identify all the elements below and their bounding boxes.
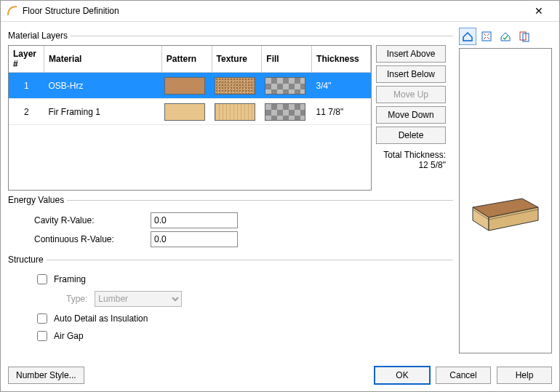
- window-title: Floor Structure Definition: [23, 6, 524, 16]
- cavity-r-input[interactable]: [151, 212, 238, 228]
- energy-values-group: Energy Values Cavity R-Value: Continuous…: [8, 195, 453, 250]
- move-up-button[interactable]: Move Up: [376, 86, 446, 103]
- col-texture[interactable]: Texture: [212, 46, 262, 73]
- auto-detail-checkbox[interactable]: [37, 313, 47, 324]
- texture-swatch[interactable]: [215, 77, 255, 95]
- house-check-icon: [500, 31, 511, 42]
- cell-material: OSB-Hrz: [44, 73, 162, 99]
- cell-material: Fir Framing 1: [44, 99, 162, 125]
- air-gap-label: Air Gap: [54, 331, 84, 341]
- energy-legend: Energy Values: [8, 195, 67, 205]
- insert-below-button[interactable]: Insert Below: [376, 65, 446, 83]
- framing-label: Framing: [54, 274, 86, 284]
- move-down-button[interactable]: Move Down: [376, 106, 446, 124]
- pattern-swatch[interactable]: [164, 103, 205, 121]
- col-fill[interactable]: Fill: [262, 46, 312, 73]
- auto-detail-label: Auto Detail as Insulation: [54, 313, 148, 324]
- preview-tool-house[interactable]: [459, 28, 476, 45]
- material-layers-legend: Material Layers: [8, 31, 71, 41]
- ok-button[interactable]: OK: [375, 367, 430, 384]
- help-button[interactable]: Help: [497, 367, 552, 384]
- col-material[interactable]: Material: [44, 46, 162, 73]
- pattern-swatch[interactable]: [164, 77, 205, 95]
- close-button[interactable]: ✕: [524, 5, 553, 17]
- cell-layer-num: 2: [9, 99, 44, 125]
- fill-swatch[interactable]: [265, 77, 305, 95]
- cancel-button[interactable]: Cancel: [436, 367, 491, 384]
- texture-swatch[interactable]: [215, 103, 255, 121]
- structure-group: Structure Framing Type: Lumber Auto Deta…: [8, 255, 453, 346]
- col-pattern[interactable]: Pattern: [161, 46, 212, 73]
- titlebar: Floor Structure Definition ✕: [1, 1, 559, 22]
- insert-above-button[interactable]: Insert Above: [376, 45, 446, 63]
- col-thickness[interactable]: Thickness: [312, 46, 371, 73]
- house-icon: [462, 31, 473, 42]
- layers-icon: [519, 31, 530, 42]
- type-label: Type:: [66, 294, 87, 304]
- preview-tool-fit[interactable]: [478, 28, 495, 45]
- continuous-r-label: Continuous R-Value:: [34, 234, 143, 244]
- fill-swatch[interactable]: [265, 103, 305, 121]
- type-select[interactable]: Lumber: [95, 291, 182, 307]
- svg-rect-0: [482, 32, 491, 41]
- table-row[interactable]: 2 Fir Framing 1 11 7/8": [9, 99, 371, 125]
- number-style-button[interactable]: Number Style...: [8, 367, 84, 384]
- col-layer[interactable]: Layer #: [9, 46, 44, 73]
- preview-tool-layers[interactable]: [516, 28, 533, 45]
- preview-tool-check[interactable]: [497, 28, 514, 45]
- floor-3d-preview: [465, 194, 545, 238]
- delete-button[interactable]: Delete: [376, 127, 446, 144]
- table-row[interactable]: 1 OSB-Hrz 3/4": [9, 73, 371, 99]
- app-icon: [7, 5, 18, 17]
- cell-thickness: 11 7/8": [312, 99, 371, 125]
- cell-thickness: 3/4": [312, 73, 371, 99]
- cell-layer-num: 1: [9, 73, 44, 99]
- layers-table[interactable]: Layer # Material Pattern Texture Fill Th…: [8, 45, 372, 191]
- fit-icon: [481, 31, 492, 42]
- continuous-r-input[interactable]: [151, 231, 238, 247]
- cavity-r-label: Cavity R-Value:: [34, 215, 143, 225]
- material-layers-group: Material Layers Layer # Material Pattern…: [8, 31, 453, 191]
- total-thickness-label: Total Thickness:: [376, 150, 446, 160]
- air-gap-checkbox[interactable]: [37, 331, 47, 341]
- preview-viewport[interactable]: [459, 48, 552, 353]
- framing-checkbox[interactable]: [37, 274, 47, 284]
- total-thickness-value: 12 5/8": [376, 160, 446, 170]
- structure-legend: Structure: [8, 255, 47, 265]
